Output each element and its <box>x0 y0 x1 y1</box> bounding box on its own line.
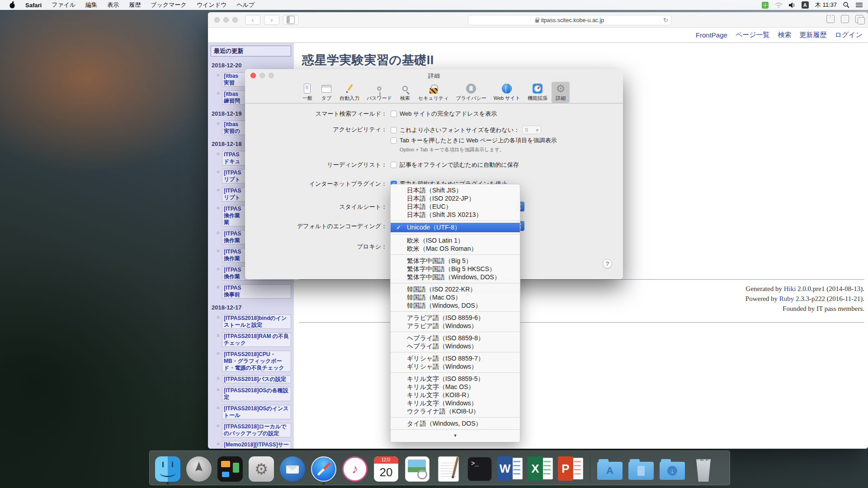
menu-item[interactable]: ウクライナ語（KOI8-U） <box>391 407 520 415</box>
tab-security[interactable]: セキュリティ <box>415 82 452 103</box>
grid-app-status-icon[interactable] <box>762 2 769 9</box>
list-item[interactable]: [ITPASS2018]RAM の不良チェック <box>217 333 291 347</box>
menu-view[interactable]: 表示 <box>107 1 119 9</box>
dock-terminal-icon[interactable]: >_ <box>466 454 493 482</box>
menu-edit[interactable]: 編集 <box>85 1 97 9</box>
menu-item[interactable]: キリル文字（KOI8-R） <box>391 391 520 399</box>
tab-passwords[interactable]: パスワード <box>363 82 395 103</box>
menu-item[interactable]: 日本語（Shift JIS X0213） <box>391 211 520 219</box>
menu-item[interactable]: ギリシャ語（ISO 8859-7） <box>391 354 520 362</box>
dock-finder-icon[interactable] <box>154 454 181 482</box>
tab-general[interactable]: 一般 <box>298 82 316 103</box>
sidebar-toggle-button[interactable] <box>283 15 298 25</box>
spotlight-search-icon[interactable] <box>843 2 849 8</box>
new-tab-icon[interactable] <box>841 15 849 23</box>
menu-item[interactable]: ギリシャ語（Windows） <box>391 362 520 371</box>
dock-calendar-icon[interactable]: 12月20 <box>373 454 400 482</box>
list-item[interactable]: [ITPASS2018]ローカルでのバックアップの設定 <box>217 423 291 437</box>
menu-item[interactable]: キリル文字（Windows） <box>391 399 520 407</box>
menu-item[interactable]: 日本語（Shift JIS） <box>391 186 520 194</box>
apple-icon[interactable] <box>9 1 15 9</box>
dock-safari-icon[interactable] <box>310 454 337 482</box>
menu-item-selected[interactable]: ✓Unicode（UTF-8） <box>391 223 520 232</box>
menu-item[interactable]: タイ語（Windows, DOS） <box>391 419 520 427</box>
menu-app-name[interactable]: Safari <box>25 2 42 9</box>
menu-item[interactable]: 繁体字中国語（Big 5 HKSCS） <box>391 265 520 273</box>
tab-extensions[interactable]: 機能拡張 <box>524 82 551 103</box>
list-item[interactable]: [Memo2018][ITPASS]サーバ交換作業 (tako) <box>217 441 291 449</box>
menu-window[interactable]: ウインドウ <box>197 1 227 9</box>
address-bar[interactable]: itpass.scitec.kobe-u.ac.jp ↻ <box>468 15 671 25</box>
dock-applications-folder-icon[interactable]: A <box>596 454 623 482</box>
menu-bar-clock[interactable]: 木 11:37 <box>815 1 837 9</box>
forward-button[interactable]: › <box>264 15 279 25</box>
list-item[interactable]: [ITPASS2018]OSの各種設定 <box>217 387 291 401</box>
menu-bookmarks[interactable]: ブックマーク <box>151 1 187 9</box>
font-size-select[interactable]: 9▾ <box>522 126 541 134</box>
tab-overview-icon[interactable] <box>855 15 863 23</box>
menu-file[interactable]: ファイル <box>52 1 75 9</box>
dock-excel-icon[interactable]: X <box>528 455 554 482</box>
dock-launchpad-icon[interactable] <box>185 454 212 482</box>
minimize-button[interactable] <box>223 17 229 23</box>
notification-center-icon[interactable] <box>856 2 863 8</box>
menu-item[interactable]: アラビア語（ISO 8859-6） <box>391 314 520 322</box>
tab-websites[interactable]: Web サイト <box>491 82 524 103</box>
menu-item[interactable]: ヘブライ語（Windows） <box>391 342 520 350</box>
tab-autofill[interactable]: 自動入力 <box>336 82 363 103</box>
menu-item[interactable]: アラビア語（Windows） <box>391 322 520 330</box>
menu-item[interactable]: 韓国語（ISO 2022-KR） <box>391 285 520 293</box>
list-item[interactable]: [ITPASS2018]CPU・MB・グラフィックボード・電源の不良チェック <box>217 351 291 372</box>
input-source-icon[interactable]: A <box>802 1 809 9</box>
tab-privacy[interactable]: プライバシー <box>453 82 490 103</box>
menu-item[interactable]: 繁体字中国語（Big 5） <box>391 257 520 265</box>
volume-icon[interactable] <box>789 2 795 8</box>
menu-item[interactable]: 日本語（EUC） <box>391 202 520 211</box>
menu-item[interactable]: 韓国語（Mac OS） <box>391 293 520 301</box>
ruby-link[interactable]: Ruby <box>779 295 794 302</box>
nav-link-pagelist[interactable]: ページ一覧 <box>736 31 770 39</box>
menu-item[interactable]: キリル文字（ISO 8859-5） <box>391 375 520 383</box>
list-item[interactable]: [ITPAS 換事前 <box>217 284 291 299</box>
menu-item[interactable]: 欧米（Mac OS Roman） <box>391 244 520 253</box>
dock-itunes-icon[interactable]: ♪ <box>341 454 368 482</box>
checkbox-tab-highlight[interactable] <box>391 137 397 144</box>
list-item[interactable]: [ITPASS2018]bindのインストールと設定 <box>217 314 291 329</box>
nav-link-search[interactable]: 検索 <box>778 31 792 39</box>
share-icon[interactable] <box>826 15 835 23</box>
tab-advanced[interactable]: ⚙詳細 <box>552 82 570 103</box>
menu-history[interactable]: 履歴 <box>129 1 141 9</box>
zoom-button[interactable] <box>232 17 238 23</box>
hiki-link[interactable]: Hiki <box>784 285 796 292</box>
dock-documents-folder-icon[interactable] <box>627 454 655 482</box>
nav-link-login[interactable]: ログイン <box>835 31 863 39</box>
menu-scroll-down-arrow[interactable]: ▼ <box>391 432 520 440</box>
menu-help[interactable]: ヘルプ <box>236 1 255 9</box>
dock-downloads-folder-icon[interactable]: ↓ <box>659 454 686 482</box>
dock-photos-icon[interactable] <box>404 454 431 482</box>
reload-icon[interactable]: ↻ <box>663 17 668 23</box>
back-button[interactable]: ‹ <box>245 15 260 25</box>
checkbox-offline-reading[interactable] <box>391 162 397 168</box>
dock-textedit-icon[interactable] <box>435 454 462 482</box>
close-button[interactable] <box>214 17 220 23</box>
tab-search[interactable]: 検索 <box>396 82 414 103</box>
dock-trash-icon[interactable] <box>690 454 717 482</box>
dock-system-preferences-icon[interactable]: ⚙ <box>248 454 275 482</box>
dock-word-icon[interactable]: W <box>497 455 524 482</box>
menu-item[interactable]: 韓国語（Windows, DOS） <box>391 301 520 310</box>
list-item[interactable]: [ITPASS2018]パスの設定 <box>217 375 291 383</box>
menu-item[interactable]: ヘブライ語（ISO 8859-8） <box>391 334 520 342</box>
nav-link-frontpage[interactable]: FrontPage <box>696 31 727 39</box>
wifi-off-icon[interactable] <box>775 2 783 8</box>
dock-thunderbird-icon[interactable] <box>279 454 306 482</box>
menu-item[interactable]: 日本語（ISO 2022-JP） <box>391 194 520 202</box>
dock-mission-control-icon[interactable] <box>217 454 244 482</box>
checkbox-full-address[interactable] <box>391 111 397 117</box>
dock-powerpoint-icon[interactable]: P <box>558 455 584 482</box>
nav-link-history[interactable]: 更新履歴 <box>800 31 827 39</box>
menu-item[interactable]: 繁体字中国語（Windows, DOS） <box>391 273 520 281</box>
list-item[interactable]: [ITPASS2018]OSのインストール <box>217 405 291 419</box>
menu-item[interactable]: キリル文字（Mac OS） <box>391 383 520 391</box>
menu-item[interactable]: 欧米（ISO Latin 1） <box>391 236 520 244</box>
